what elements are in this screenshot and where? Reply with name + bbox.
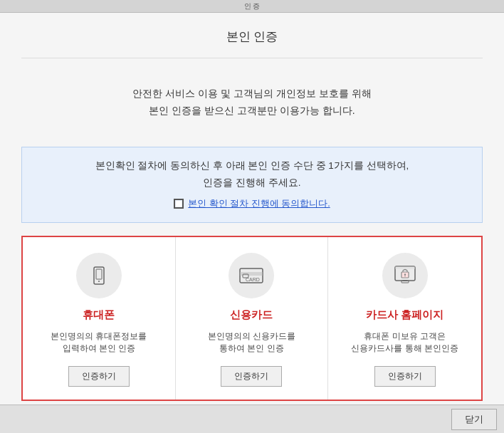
svg-rect-4 [240,272,263,276]
card-icon: CARD [238,266,264,286]
option-card-cardsite: 카드사 홈페이지 휴대폰 미보유 고객은 신용카드사를 통해 본인인증 인증하기 [328,237,481,400]
close-button[interactable]: 닫기 [451,409,497,430]
phone-icon [88,264,110,287]
svg-rect-1 [96,269,102,279]
svg-rect-10 [401,281,409,283]
modal-title: 본인 인증 [21,13,483,58]
lock-icon-circle [382,253,428,298]
checkbox-row[interactable]: 본인 확인 절차 진행에 동의합니다. [36,196,468,212]
svg-point-12 [404,273,405,275]
svg-rect-8 [395,266,415,269]
instruction-line2: 인증을 진행해 주세요. [36,174,468,192]
agree-checkbox[interactable] [174,199,184,209]
description-line2: 본인 인증을 받으신 고객분만 이용가능 합니다. [28,103,476,120]
description-block: 안전한 서비스 이용 및 고객님의 개인정보 보호를 위해 본인 인증을 받으신… [21,73,483,132]
top-bar: 인 증 [0,0,504,13]
phone-auth-button[interactable]: 인증하기 [68,366,130,387]
option-card-phone: 휴대폰 본인명의의 휴대폰정보를 입력하여 본인 인증 인증하기 [23,237,176,400]
options-grid: 휴대폰 본인명의의 휴대폰정보를 입력하여 본인 인증 인증하기 CARD [21,236,483,402]
lock-icon [392,264,418,287]
bottom-bar: 닫기 [0,405,504,433]
description-line1: 안전한 서비스 이용 및 고객님의 개인정보 보호를 위해 [28,85,476,103]
phone-icon-circle [76,253,122,298]
phone-option-title: 휴대폰 [83,308,115,322]
card-auth-button[interactable]: 인증하기 [221,366,282,387]
svg-point-2 [98,281,100,282]
card-option-desc: 본인명의의 신용카드를 통하여 본인 인증 [208,330,295,355]
top-bar-text: 인 증 [3,1,501,11]
card-option-title: 신용카드 [230,308,273,322]
phone-option-desc: 본인명의의 휴대폰정보를 입력하여 본인 인증 [51,330,147,355]
cardsite-auth-button[interactable]: 인증하기 [374,366,436,387]
modal-container: 인 증 본인 인증 안전한 서비스 이용 및 고객님의 개인정보 보호를 위해 … [0,0,504,433]
instruction-block: 본인확인 절차에 동의하신 후 아래 본인 인증 수단 중 1가지를 선택하여,… [21,147,483,223]
cardsite-option-title: 카드사 홈페이지 [366,308,443,322]
agree-label[interactable]: 본인 확인 절차 진행에 동의합니다. [188,196,330,212]
instruction-line1: 본인확인 절차에 동의하신 후 아래 본인 인증 수단 중 1가지를 선택하여, [36,157,468,174]
card-icon-circle: CARD [229,253,274,298]
cardsite-option-desc: 휴대폰 미보유 고객은 신용카드사를 통해 본인인증 [351,330,458,355]
option-card-card: CARD 신용카드 본인명의의 신용카드를 통하여 본인 인증 인증하기 [176,237,329,400]
modal-content: 본인 인증 안전한 서비스 이용 및 고객님의 개인정보 보호를 위해 본인 인… [0,13,504,405]
